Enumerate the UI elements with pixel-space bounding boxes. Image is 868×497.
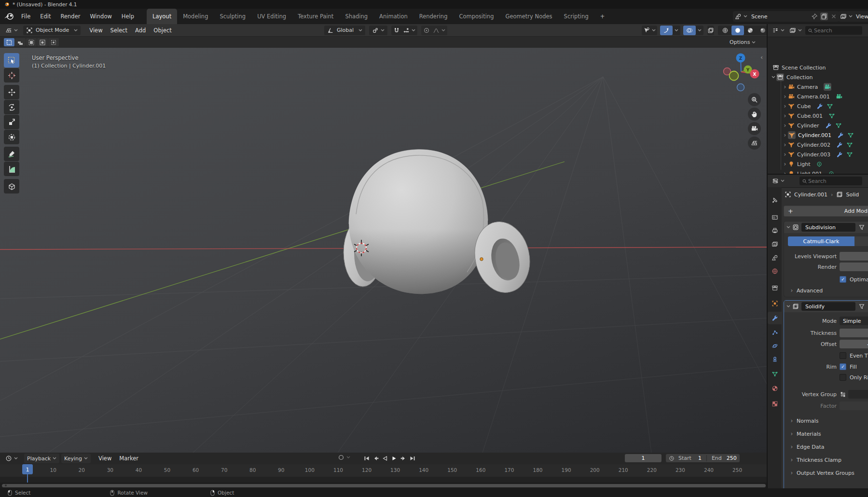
outliner-row-cylinder[interactable]: › Cylinder [768, 121, 868, 130]
timeline-ruler[interactable]: 1020304050607080901001101201301401501601… [0, 464, 768, 477]
collapse-icon[interactable] [786, 226, 790, 229]
falloff-curve-icon[interactable] [433, 27, 440, 34]
outliner-display-mode-button[interactable] [770, 26, 787, 35]
playhead-frame-badge[interactable]: 1 [22, 464, 33, 474]
edge-data-section-toggle[interactable]: ›Edge Data [789, 443, 824, 450]
view-layer-name[interactable]: ViewLayer [856, 14, 868, 20]
panel-divider[interactable] [767, 24, 768, 488]
tab-output[interactable] [768, 224, 782, 237]
menu-add[interactable]: Add [131, 27, 150, 34]
tab-shading[interactable]: Shading [339, 9, 373, 24]
tab-uv-editing[interactable]: UV Editing [251, 9, 292, 24]
add-modifier-button[interactable]: + Add Modifier [784, 206, 868, 217]
gizmos-toggle[interactable] [660, 26, 673, 35]
outliner-row-collection[interactable]: Collection [768, 72, 868, 82]
tab-view-layer[interactable] [768, 238, 782, 250]
properties-search[interactable] [799, 177, 862, 185]
snap-target-icon[interactable] [403, 27, 410, 34]
tool-rotate[interactable] [4, 100, 19, 114]
collapse-icon[interactable] [786, 305, 790, 308]
orthographic-toggle-button[interactable] [748, 137, 761, 150]
outliner-row-cube-001[interactable]: › Cube.001 [768, 111, 868, 121]
active-camera-icon[interactable] [824, 83, 831, 91]
tab-collection[interactable] [768, 282, 782, 294]
proportional-edit-icon[interactable] [423, 27, 430, 34]
panel-collapse-arrow[interactable]: ‹ [760, 54, 763, 61]
new-scene-button[interactable] [820, 13, 828, 20]
outliner-row-camera-001[interactable]: › Camera.001 [768, 92, 868, 101]
object-visibility-button[interactable] [642, 26, 657, 35]
outliner-row-scene-collection[interactable]: Scene Collection [768, 63, 868, 72]
mesh-data-icon[interactable] [835, 122, 842, 129]
levels-viewport-field[interactable] [840, 252, 868, 261]
mesh-data-icon[interactable] [828, 112, 835, 119]
select-mode-subtract[interactable] [26, 38, 37, 46]
tool-measure[interactable] [4, 162, 19, 176]
scrollbar-zoom-handle[interactable] [5, 484, 7, 486]
tab-tool[interactable] [768, 194, 782, 207]
tab-texture[interactable] [768, 398, 782, 410]
scene-name[interactable]: Scene [751, 14, 811, 20]
pivot-selector[interactable] [369, 26, 387, 35]
outliner-search-input[interactable] [813, 27, 854, 34]
mesh-data-icon[interactable] [846, 141, 853, 148]
materials-section-toggle[interactable]: ›Materials [789, 430, 821, 437]
menu-object[interactable]: Object [150, 27, 175, 34]
menu-view[interactable]: View [85, 27, 106, 34]
outliner-row-cylinder-001-active[interactable]: › Cylinder.001 [768, 130, 868, 140]
tab-animation[interactable]: Animation [373, 9, 413, 24]
tab-modeling[interactable]: Modeling [177, 9, 214, 24]
solidify-mode-dropdown[interactable]: Simple [840, 317, 868, 325]
properties-search-input[interactable] [807, 178, 848, 185]
tab-physics[interactable] [768, 340, 782, 352]
tab-modifiers-active[interactable] [768, 312, 782, 324]
simple-type-button[interactable]: Simple [854, 236, 868, 246]
normals-section-toggle[interactable]: ›Normals [789, 417, 819, 424]
mesh-data-icon[interactable] [847, 132, 854, 138]
tab-sculpting[interactable]: Sculpting [214, 9, 251, 24]
gizmo-axis-neg-y[interactable] [730, 71, 739, 81]
tab-scene[interactable] [768, 251, 782, 264]
shading-wireframe-button[interactable] [719, 26, 731, 35]
offset-field[interactable]: -1 [840, 340, 868, 348]
gizmo-axis-neg-z[interactable] [737, 84, 744, 91]
scene-selector[interactable]: Scene [733, 11, 839, 22]
jump-to-end-button[interactable] [408, 454, 417, 462]
jump-to-start-button[interactable] [362, 454, 371, 462]
outliner-properties-divider[interactable] [768, 174, 868, 175]
blender-menu-icon[interactable] [4, 12, 14, 21]
tool-scale[interactable] [4, 115, 19, 129]
breadcrumb-object[interactable]: Cylinder.001 [794, 192, 827, 198]
add-workspace-button[interactable]: + [594, 9, 611, 24]
tab-world[interactable] [768, 265, 782, 277]
unlink-scene-icon[interactable] [830, 13, 837, 20]
mesh-data-icon[interactable] [846, 151, 853, 158]
tool-move[interactable] [4, 85, 19, 99]
tab-texture-paint[interactable]: Texture Paint [292, 9, 339, 24]
mesh-head[interactable] [349, 150, 488, 294]
edit-mode-display-icon[interactable] [858, 303, 865, 310]
tab-layout[interactable]: Layout [147, 9, 177, 24]
overlays-dropdown[interactable] [696, 26, 703, 35]
modifier-name-field[interactable]: Solidify [801, 302, 855, 311]
previous-keyframe-button[interactable] [371, 454, 380, 462]
gizmos-dropdown[interactable] [673, 26, 680, 35]
modifier-name-field[interactable]: Subdivision [801, 223, 855, 232]
playback-menu[interactable]: Playback [24, 454, 59, 463]
tab-render[interactable] [768, 211, 782, 223]
tab-particles[interactable] [768, 326, 782, 339]
mode-selector[interactable]: Object Mode [23, 26, 81, 35]
zoom-view-button[interactable] [748, 93, 761, 106]
select-mode-new[interactable] [4, 38, 14, 46]
tab-object-data[interactable] [768, 368, 782, 380]
tab-material[interactable] [768, 382, 782, 395]
outliner-search[interactable] [805, 26, 862, 35]
breadcrumb-data[interactable]: Solid [846, 192, 859, 198]
tool-add-cube[interactable] [4, 179, 19, 193]
advanced-section-toggle[interactable]: ›Advanced [789, 287, 823, 294]
start-frame-value[interactable]: 1 [698, 455, 702, 461]
tool-select-box[interactable] [4, 53, 19, 68]
auto-key-toggle[interactable] [338, 454, 350, 461]
catmull-clark-button[interactable]: Catmull-Clark [788, 236, 854, 246]
navigation-gizmo[interactable]: Z Y X [717, 50, 765, 98]
